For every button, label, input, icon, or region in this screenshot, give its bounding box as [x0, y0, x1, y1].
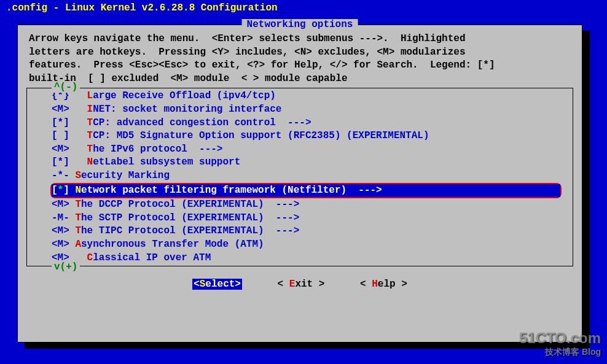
menu-item-security-marking[interactable]: -*- Security Marking — [27, 169, 573, 183]
menu-item-tcp-congestion[interactable]: [*] TCP: advanced congestion control ---… — [27, 117, 573, 130]
scroll-down-indicator[interactable]: v(+) — [52, 261, 80, 273]
menu-item-classical-ip[interactable]: <M> Classical IP over ATM — [27, 252, 573, 265]
button-bar: <Select> < Exit > < Help > — [18, 271, 582, 296]
menu-box: ^(-) {*} Large Receive Offload (ipv4/tcp… — [26, 88, 573, 266]
help-button[interactable]: < Help > — [360, 279, 407, 290]
highlight-outline: [*] Network packet filtering framework (… — [50, 183, 562, 199]
menu-item-tcp-md5[interactable]: [ ] TCP: MD5 Signature Option support (R… — [27, 130, 573, 143]
screen: .config - Linux Kernel v2.6.28.8 Configu… — [0, 0, 607, 364]
menu-item-atm[interactable]: <M> Asynchronous Transfer Mode (ATM) — [27, 238, 573, 252]
select-button[interactable]: <Select> — [192, 279, 242, 290]
scroll-up-indicator[interactable]: ^(-) — [52, 82, 80, 93]
help-text: Arrow keys navigate the menu. <Enter> se… — [18, 25, 582, 88]
exit-button[interactable]: < Exit > — [278, 279, 325, 290]
menu-item-tipc[interactable]: <M> The TIPC Protocol (EXPERIMENTAL) ---… — [27, 225, 573, 238]
dialog-title: Networking options — [242, 19, 358, 30]
menu-item-lro[interactable]: {*} Large Receive Offload (ipv4/tcp) — [27, 90, 573, 103]
menu-item-ipv6[interactable]: <M> The IPv6 protocol ---> — [27, 143, 573, 157]
menu-item-dccp[interactable]: <M> The DCCP Protocol (EXPERIMENTAL) ---… — [27, 198, 573, 212]
menu-item-sctp[interactable]: -M- The SCTP Protocol (EXPERIMENTAL) ---… — [27, 212, 573, 225]
watermark: 51CTO.com 技术博客 Blog — [519, 330, 601, 358]
menu-item-netlabel[interactable]: [*] NetLabel subsystem support — [27, 156, 573, 169]
menu-item-netfilter[interactable]: [*] Network packet filtering framework (… — [52, 184, 560, 198]
window-title: .config - Linux Kernel v2.6.28.8 Configu… — [0, 0, 607, 16]
menu-item-inet[interactable]: <M> INET: socket monitoring interface — [27, 103, 573, 117]
dialog: Networking options Arrow keys navigate t… — [17, 25, 582, 343]
